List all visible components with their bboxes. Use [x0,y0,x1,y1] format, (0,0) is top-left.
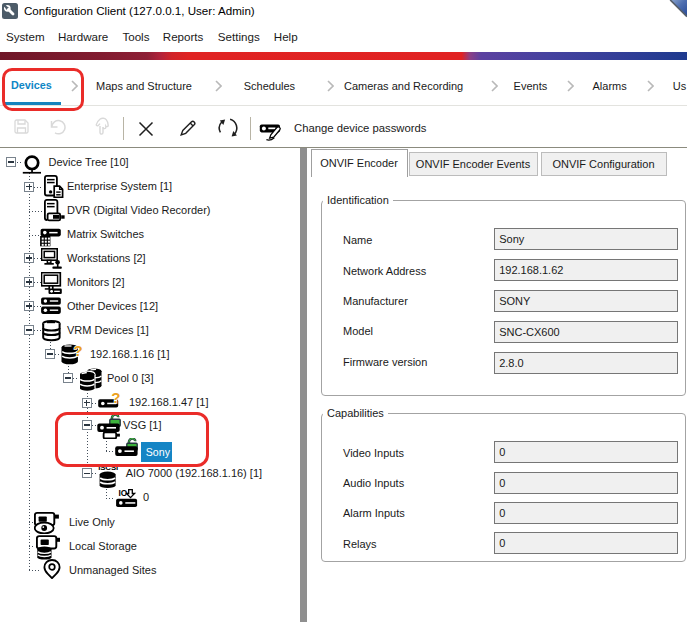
svg-text:?: ? [73,344,82,359]
svg-text:?: ? [111,390,120,406]
